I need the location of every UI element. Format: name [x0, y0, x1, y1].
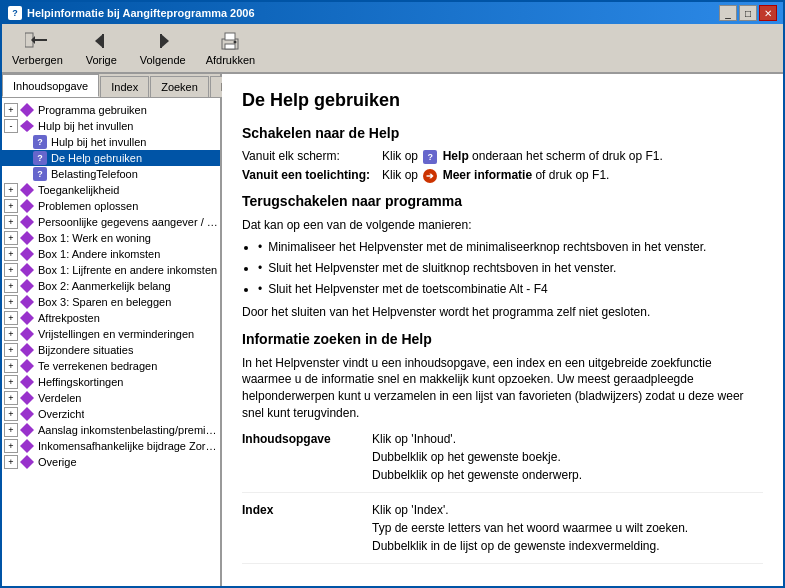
tree-label-box1lijfrente: Box 1: Lijfrente en andere inkomsten — [38, 264, 217, 276]
prev-button[interactable]: Vorige — [79, 28, 124, 68]
hide-button[interactable]: Verbergen — [8, 28, 67, 68]
tree-item-vrijstellingen[interactable]: + Vrijstellingen en verminderingen — [2, 326, 220, 342]
tree-label-bijzondere: Bijzondere situaties — [38, 344, 133, 356]
tree-item-toegankelijkheid[interactable]: + Toegankelijkheid — [2, 182, 220, 198]
prev-label: Vorige — [86, 54, 117, 66]
tree-item-de-help[interactable]: ? De Help gebruiken — [2, 150, 220, 166]
book-icon-18 — [19, 439, 35, 453]
from-screen-value: Klik op ? Help onderaan het scherm of dr… — [382, 149, 763, 164]
tree-item-box1andere[interactable]: + Box 1: Andere inkomsten — [2, 246, 220, 262]
tree-label-terekenen: Te verrekenen bedragen — [38, 360, 157, 372]
svg-rect-8 — [225, 33, 235, 40]
tree-item-programma[interactable]: + Programma gebruiken — [2, 102, 220, 118]
tree-toggle-toegankelijkheid[interactable]: + — [4, 183, 18, 197]
tree-item-persoonlijk[interactable]: + Persoonlijke gegevens aangever / fisca — [2, 214, 220, 230]
tree-toggle-box1lijfrente[interactable]: + — [4, 263, 18, 277]
close-button[interactable]: ✕ — [759, 5, 777, 21]
section1-title: Schakelen naar de Help — [242, 125, 763, 141]
section3-text: In het Helpvenster vindt u een inhoudsop… — [242, 355, 763, 422]
from-tooltip-value: Klik op ➔ Meer informatie of druk op F1. — [382, 168, 763, 183]
tree-toggle-problemen[interactable]: + — [4, 199, 18, 213]
tree-item-box2[interactable]: + Box 2: Aanmerkelijk belang — [2, 278, 220, 294]
svg-marker-3 — [95, 34, 103, 48]
print-button[interactable]: Afdrukken — [202, 28, 260, 68]
tree-item-verdelen[interactable]: + Verdelen — [2, 390, 220, 406]
tree-item-overige[interactable]: + Overige — [2, 454, 220, 470]
left-panel: Inhoudsopgave Index Zoeken Favorieten + … — [2, 74, 222, 586]
svg-rect-9 — [225, 44, 235, 49]
book-icon-2 — [19, 183, 35, 197]
tree-item-overzicht[interactable]: + Overzicht — [2, 406, 220, 422]
tree-toggle-inkomensafh[interactable]: + — [4, 439, 18, 453]
book-icon-11 — [19, 327, 35, 341]
tree-item-problemen[interactable]: + Problemen oplossen — [2, 198, 220, 214]
tree-label-hulp: Hulp bij het invullen — [38, 120, 133, 132]
tree-label-toegankelijkheid: Toegankelijkheid — [38, 184, 119, 196]
svg-marker-5 — [161, 34, 169, 48]
hide-icon — [25, 30, 49, 52]
tree-label-overzicht: Overzicht — [38, 408, 84, 420]
book-icon-5 — [19, 231, 35, 245]
tree-toggle-programma[interactable]: + — [4, 103, 18, 117]
main-content: Inhoudsopgave Index Zoeken Favorieten + … — [2, 73, 783, 586]
tree-toggle-verdelen[interactable]: + — [4, 391, 18, 405]
tree-toggle-aftrekposten[interactable]: + — [4, 311, 18, 325]
tree-toggle-vrijstellingen[interactable]: + — [4, 327, 18, 341]
tree-toggle-bijzondere[interactable]: + — [4, 343, 18, 357]
index-content: Klik op 'Index'. Typ de eerste letters v… — [372, 501, 763, 555]
tree-toggle-box1andere[interactable]: + — [4, 247, 18, 261]
tree-item-heffingskortingen[interactable]: + Heffingskortingen — [2, 374, 220, 390]
tree-item-hulp-invullen[interactable]: ? Hulp bij het invullen — [2, 134, 220, 150]
inhoudsopgave-content: Klik op 'Inhoud'. Dubbelklik op het gewe… — [372, 430, 763, 484]
tree-item-inkomensafh[interactable]: + Inkomensafhankelijke bijdrage Zorgver. — [2, 438, 220, 454]
main-window: ? Helpinformatie bij Aangifteprogramma 2… — [0, 0, 785, 588]
tree-item-terekenen[interactable]: + Te verrekenen bedragen — [2, 358, 220, 374]
book-icon-7 — [19, 263, 35, 277]
tree-item-box1werk[interactable]: + Box 1: Werk en woning — [2, 230, 220, 246]
bullet-item-3: Sluit het Helpvenster met de toetscombin… — [258, 281, 763, 298]
book-icon-15 — [19, 391, 35, 405]
svg-point-10 — [234, 41, 237, 44]
tree-item-aanslag[interactable]: + Aanslag inkomstenbelasting/premie volk — [2, 422, 220, 438]
tree-item-bijzondere[interactable]: + Bijzondere situaties — [2, 342, 220, 358]
tree-label-box3: Box 3: Sparen en beleggen — [38, 296, 171, 308]
tree-toggle-aanslag[interactable]: + — [4, 423, 18, 437]
tree-label-hulp-invullen: Hulp bij het invullen — [51, 136, 146, 148]
print-icon — [218, 30, 242, 52]
tree-label-vrijstellingen: Vrijstellingen en verminderingen — [38, 328, 194, 340]
tree-item-belasting[interactable]: ? BelastingTelefoon — [2, 166, 220, 182]
tree-toggle-overige[interactable]: + — [4, 455, 18, 469]
tab-zoeken[interactable]: Zoeken — [150, 76, 209, 97]
tree-item-aftrekposten[interactable]: + Aftrekposten — [2, 310, 220, 326]
title-bar: ? Helpinformatie bij Aangifteprogramma 2… — [2, 2, 783, 24]
tree-item-hulp[interactable]: - Hulp bij het invullen — [2, 118, 220, 134]
book-icon-8 — [19, 279, 35, 293]
tree-label-problemen: Problemen oplossen — [38, 200, 138, 212]
tab-index[interactable]: Index — [100, 76, 149, 97]
tree-label-belasting: BelastingTelefoon — [51, 168, 138, 180]
next-icon — [151, 30, 175, 52]
minimize-button[interactable]: _ — [719, 5, 737, 21]
tree-toggle-hulp[interactable]: - — [4, 119, 18, 133]
book-icon-3 — [19, 199, 35, 213]
tree-toggle-terekenen[interactable]: + — [4, 359, 18, 373]
book-icon-10 — [19, 311, 35, 325]
tree-toggle-persoonlijk[interactable]: + — [4, 215, 18, 229]
maximize-button[interactable]: □ — [739, 5, 757, 21]
tree-toggle-heffingskortingen[interactable]: + — [4, 375, 18, 389]
tree-toggle-overzicht[interactable]: + — [4, 407, 18, 421]
book-icon-4 — [19, 215, 35, 229]
tree-toggle-box3[interactable]: + — [4, 295, 18, 309]
tree-label-programma: Programma gebruiken — [38, 104, 147, 116]
tab-inhoudsopgave[interactable]: Inhoudsopgave — [2, 74, 99, 97]
from-screen-row: Vanuit elk scherm: Klik op ? Help ondera… — [242, 149, 763, 164]
tree-label-verdelen: Verdelen — [38, 392, 81, 404]
tree-panel[interactable]: + Programma gebruiken - Hulp bij het inv… — [2, 98, 220, 586]
tree-label-heffingskortingen: Heffingskortingen — [38, 376, 123, 388]
next-button[interactable]: Volgende — [136, 28, 190, 68]
tree-item-box1lijfrente[interactable]: + Box 1: Lijfrente en andere inkomsten — [2, 262, 220, 278]
tree-toggle-box1werk[interactable]: + — [4, 231, 18, 245]
next-label: Volgende — [140, 54, 186, 66]
tree-toggle-box2[interactable]: + — [4, 279, 18, 293]
tree-item-box3[interactable]: + Box 3: Sparen en beleggen — [2, 294, 220, 310]
